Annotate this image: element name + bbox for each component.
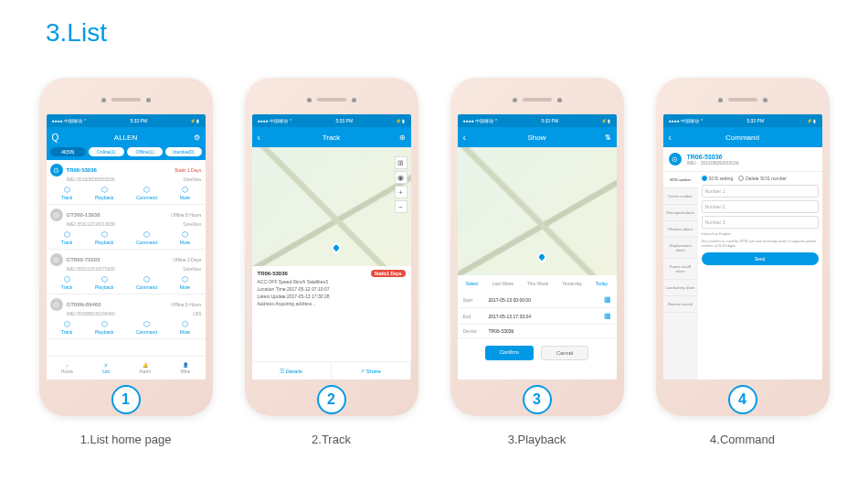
phone-3-label: 3.Playback	[508, 433, 566, 446]
cancel-button[interactable]: Cancel	[541, 346, 589, 360]
home-button[interactable]: 1	[111, 385, 141, 414]
device-name: TR06-53036	[67, 167, 97, 173]
cmd-side-sos-number[interactable]: SOS number	[663, 172, 698, 188]
action-track[interactable]: ⬡Track	[61, 320, 72, 335]
nav-title: Command	[725, 134, 759, 142]
map-layer-icon[interactable]: ⊞	[395, 156, 408, 169]
phone-2-wrapper: ●●●● 中国移动 ⌃5:33 PM⚡ ▮ ‹ Track ⊕ ⊞ ◉ + − …	[245, 78, 418, 446]
device-card[interactable]: ⊙ TR06-53036 Static 1 Days IMEI:35160808…	[47, 160, 206, 205]
phone-3: ●●●● 中国移动 ⌃5:33 PM⚡ ▮ ‹ Show ⇅ Select La…	[450, 78, 624, 416]
command-sidebar: SOS numberCenter numberOverspeed alarmVi…	[663, 172, 698, 380]
cmd-side-center-number[interactable]: Center number	[663, 188, 698, 205]
nav-mine[interactable]: 👤Mine	[181, 362, 191, 374]
device-card[interactable]: ⊙ GT06N-89460 Offline 6 Hours IMEI:35358…	[47, 294, 206, 339]
device-sat: LBS	[193, 311, 201, 316]
tab-thisweek[interactable]: This Week	[524, 279, 552, 288]
device-icon: ⊙	[50, 209, 63, 221]
start-row[interactable]: Start 2017-05-13 00:00:00 ▦	[458, 292, 617, 308]
back-icon[interactable]: ‹	[463, 133, 466, 143]
cmd-side-remote-control[interactable]: Remote control	[663, 296, 698, 313]
map-locate-icon[interactable]: ◉	[395, 171, 408, 184]
back-icon[interactable]: ‹	[258, 133, 260, 143]
tab-select[interactable]: Select	[463, 279, 482, 288]
calendar-icon[interactable]: ▦	[604, 295, 611, 304]
number-3-input[interactable]: Number 3	[702, 216, 819, 229]
pill-inactive[interactable]: Inactive(0)	[165, 147, 201, 156]
settings-icon[interactable]: ⚙	[194, 134, 200, 142]
action-command[interactable]: ⬡Command	[136, 275, 157, 290]
map[interactable]: ⊞ ◉ + −	[252, 147, 411, 266]
action-command[interactable]: ⬡Command	[136, 320, 157, 335]
back-icon[interactable]: ‹	[669, 133, 672, 143]
action-playback[interactable]: ⬡Playback	[95, 186, 113, 200]
nav-alarm[interactable]: 🔔Alarm	[139, 362, 151, 374]
share-button[interactable]: ↗ Share	[332, 362, 411, 380]
status-badge: Static1 Days	[371, 270, 406, 277]
action-command[interactable]: ⬡Command	[136, 230, 157, 245]
action-command[interactable]: ⬡Command	[136, 186, 157, 200]
track-device-name: TR06-53036	[258, 271, 288, 276]
end-row[interactable]: End 2017-05-13 17:33:34 ▦	[458, 308, 617, 325]
phone-4-wrapper: ●●●● 中国移动 ⌃5:33 PM⚡ ▮ ‹ Command ⊙ TR06-5…	[656, 78, 830, 446]
action-more[interactable]: ⬡More	[180, 230, 190, 245]
pill-offline[interactable]: Offline(1)	[127, 147, 163, 156]
home-button[interactable]: 4	[728, 385, 757, 414]
confirm-button[interactable]: Confirm	[485, 346, 534, 360]
nav-title: ALLEN	[114, 134, 137, 142]
device-status: Static 1 Days	[175, 167, 201, 173]
search-icon[interactable]: Q	[52, 133, 59, 143]
phone-2: ●●●● 中国移动 ⌃5:33 PM⚡ ▮ ‹ Track ⊕ ⊞ ◉ + − …	[245, 78, 418, 416]
phone-4-label: 4.Command	[710, 433, 775, 446]
device-imei: IMEI:353112010013938	[67, 221, 115, 227]
nav-list[interactable]: ≡List	[102, 362, 110, 374]
phone-1-wrapper: ●●●● 中国移动 ⌃5:33 PM⚡ ▮ Q ALLEN ⚙ All(58) …	[39, 78, 213, 446]
device-imei: IMEI:351608082653036	[67, 176, 115, 182]
screen-command: ●●●● 中国移动 ⌃5:33 PM⚡ ▮ ‹ Command ⊙ TR06-5…	[663, 114, 822, 380]
home-button[interactable]: 2	[317, 385, 346, 414]
send-button[interactable]: Send	[702, 252, 819, 265]
add-icon[interactable]: ⊕	[399, 134, 406, 142]
map-zoom-out[interactable]: −	[395, 200, 408, 213]
tab-today[interactable]: Today	[593, 279, 610, 288]
device-card[interactable]: ⊙ GT360-13938 Offline 8 Hours IMEI:35311…	[47, 205, 206, 250]
radio-sos-setting[interactable]: SOS setting	[702, 176, 734, 181]
device-status: Offline 6 Hours	[171, 302, 201, 307]
cmd-side-displacement-alarm[interactable]: Displacement alarm	[663, 238, 698, 259]
screen-list: ●●●● 中国移动 ⌃5:33 PM⚡ ▮ Q ALLEN ⚙ All(58) …	[47, 114, 206, 380]
sort-icon[interactable]: ⇅	[605, 134, 611, 142]
action-track[interactable]: ⬡Track	[61, 275, 72, 290]
tab-lastweek[interactable]: Last Week	[489, 279, 516, 288]
map-zoom-in[interactable]: +	[395, 186, 408, 198]
device-card[interactable]: ⊙ GT800-70205 Offline 2 Days IMEI:353112…	[47, 250, 206, 294]
nav-home[interactable]: ⌂Home	[61, 362, 73, 374]
map[interactable]	[458, 147, 617, 275]
action-playback[interactable]: ⬡Playback	[95, 320, 113, 335]
action-more[interactable]: ⬡More	[180, 320, 190, 335]
number-1-input[interactable]: Number 1	[702, 185, 819, 198]
action-track[interactable]: ⬡Track	[61, 230, 72, 245]
map-pin[interactable]	[535, 251, 547, 263]
map-pin[interactable]	[329, 241, 342, 254]
pill-online[interactable]: Online(1)	[89, 147, 124, 156]
home-button[interactable]: 3	[523, 385, 552, 414]
action-playback[interactable]: ⬡Playback	[95, 275, 113, 290]
action-more[interactable]: ⬡More	[180, 186, 190, 200]
cmd-side-low-battery-alarm[interactable]: Low battery alarm	[663, 280, 698, 296]
cmd-side-vibration-alarm[interactable]: Vibration alarm	[663, 221, 698, 238]
device-row[interactable]: Device TR06-53036	[458, 325, 617, 338]
action-track[interactable]: ⬡Track	[61, 186, 72, 200]
section-title: 3.List	[46, 18, 107, 48]
pill-all[interactable]: All(58)	[50, 147, 86, 156]
tab-yesterday[interactable]: Yesterday	[559, 279, 585, 288]
details-button[interactable]: ☰ Details	[252, 362, 332, 380]
radio-delete-sos[interactable]: Delete SOS number	[738, 176, 787, 181]
device-status: Offline 2 Days	[173, 257, 201, 262]
cmd-side-power-cut-off-alarm[interactable]: Power cut-off alarm	[663, 259, 698, 280]
calendar-icon[interactable]: ▦	[604, 312, 611, 320]
device-icon: ⊙	[50, 164, 63, 176]
cmd-side-overspeed-alarm[interactable]: Overspeed alarm	[663, 205, 698, 221]
nav-title: Track	[323, 134, 341, 142]
action-playback[interactable]: ⬡Playback	[95, 230, 113, 245]
number-2-input[interactable]: Number 2	[702, 200, 819, 213]
action-more[interactable]: ⬡More	[180, 275, 190, 290]
